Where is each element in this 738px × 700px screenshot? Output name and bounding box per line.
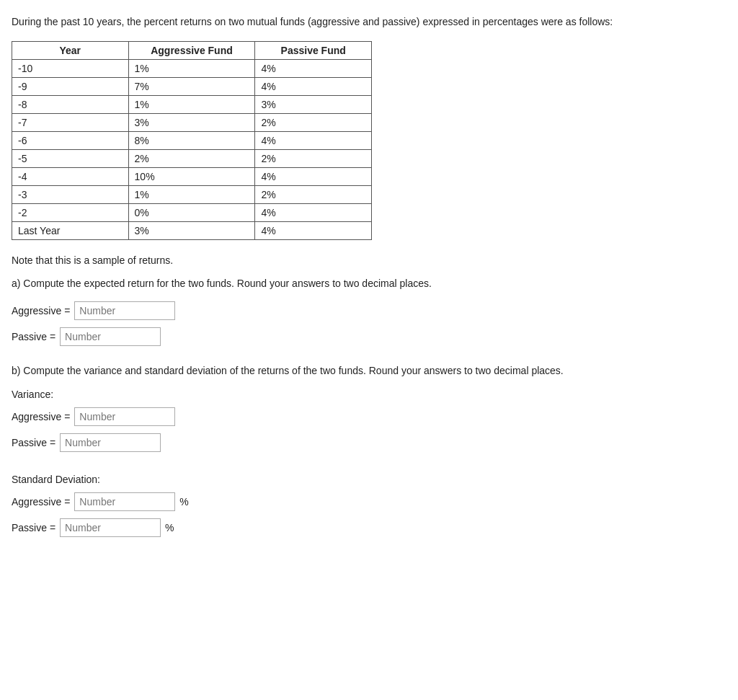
table-row: -68%4% <box>12 132 372 150</box>
aggressive-percent-symbol: % <box>179 496 188 508</box>
cell-year-3: -7 <box>12 114 129 132</box>
cell-year-9: Last Year <box>12 222 129 240</box>
std-dev-label: Standard Deviation: <box>12 474 726 485</box>
table-row: -31%2% <box>12 186 372 204</box>
cell-aggressive-2: 1% <box>128 96 255 114</box>
col-header-aggressive: Aggressive Fund <box>128 42 255 60</box>
table-row: -81%3% <box>12 96 372 114</box>
table-row: -73%2% <box>12 114 372 132</box>
cell-year-4: -6 <box>12 132 129 150</box>
aggressive-eq-label-var: Aggressive = <box>12 411 70 422</box>
cell-year-1: -9 <box>12 78 129 96</box>
table-row: -20%4% <box>12 204 372 222</box>
cell-year-0: -10 <box>12 60 129 78</box>
table-row: -52%2% <box>12 150 372 168</box>
cell-aggressive-1: 7% <box>128 78 255 96</box>
cell-aggressive-4: 8% <box>128 132 255 150</box>
question-b-text: b) Compute the variance and standard dev… <box>12 363 726 378</box>
passive-stddev-row: Passive = % <box>12 518 726 537</box>
cell-passive-4: 4% <box>255 132 372 150</box>
cell-passive-9: 4% <box>255 222 372 240</box>
passive-variance-input[interactable] <box>60 433 161 452</box>
aggressive-stddev-row: Aggressive = % <box>12 492 726 511</box>
passive-eq-label-sd: Passive = <box>12 522 55 533</box>
aggressive-variance-row: Aggressive = <box>12 407 726 426</box>
question-a-text: a) Compute the expected return for the t… <box>12 276 726 291</box>
cell-aggressive-8: 0% <box>128 204 255 222</box>
intro-text: During the past 10 years, the percent re… <box>12 14 726 30</box>
table-row: Last Year3%4% <box>12 222 372 240</box>
cell-year-2: -8 <box>12 96 129 114</box>
cell-year-5: -5 <box>12 150 129 168</box>
cell-aggressive-0: 1% <box>128 60 255 78</box>
cell-aggressive-6: 10% <box>128 168 255 186</box>
passive-eq-label-var: Passive = <box>12 437 55 448</box>
cell-year-7: -3 <box>12 186 129 204</box>
cell-passive-5: 2% <box>255 150 372 168</box>
passive-eq-label-a: Passive = <box>12 331 55 342</box>
aggressive-stddev-input[interactable] <box>74 492 175 511</box>
aggressive-eq-label-sd: Aggressive = <box>12 496 70 508</box>
aggressive-variance-input[interactable] <box>74 407 175 426</box>
table-row: -97%4% <box>12 78 372 96</box>
passive-expected-input[interactable] <box>60 327 161 346</box>
note-text: Note that this is a sample of returns. <box>12 254 726 266</box>
variance-label: Variance: <box>12 389 726 400</box>
cell-aggressive-3: 3% <box>128 114 255 132</box>
passive-stddev-input[interactable] <box>60 518 161 537</box>
passive-expected-row: Passive = <box>12 327 726 346</box>
cell-passive-1: 4% <box>255 78 372 96</box>
cell-passive-3: 2% <box>255 114 372 132</box>
passive-variance-row: Passive = <box>12 433 726 452</box>
passive-percent-symbol: % <box>165 522 174 533</box>
data-table: Year Aggressive Fund Passive Fund -101%4… <box>12 41 372 240</box>
cell-aggressive-7: 1% <box>128 186 255 204</box>
cell-passive-6: 4% <box>255 168 372 186</box>
cell-aggressive-9: 3% <box>128 222 255 240</box>
cell-year-6: -4 <box>12 168 129 186</box>
aggressive-expected-row: Aggressive = <box>12 301 726 320</box>
cell-passive-2: 3% <box>255 96 372 114</box>
cell-year-8: -2 <box>12 204 129 222</box>
aggressive-expected-input[interactable] <box>74 301 175 320</box>
cell-aggressive-5: 2% <box>128 150 255 168</box>
aggressive-eq-label-a: Aggressive = <box>12 305 70 316</box>
col-header-passive: Passive Fund <box>255 42 372 60</box>
table-row: -410%4% <box>12 168 372 186</box>
cell-passive-7: 2% <box>255 186 372 204</box>
cell-passive-0: 4% <box>255 60 372 78</box>
cell-passive-8: 4% <box>255 204 372 222</box>
col-header-year: Year <box>12 42 129 60</box>
table-row: -101%4% <box>12 60 372 78</box>
